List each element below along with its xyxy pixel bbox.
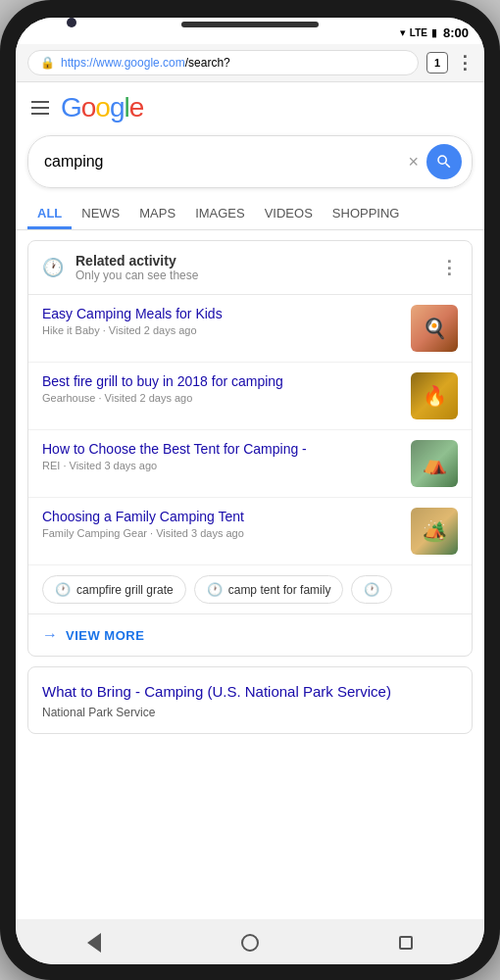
result-text: How to Choose the Best Tent for Camping … <box>42 440 401 471</box>
result-meta: REI · Visited 3 days ago <box>42 460 401 471</box>
tab-count-button[interactable]: 1 <box>426 52 448 74</box>
url-bar[interactable]: 🔒 https://www.google.com/search? <box>27 50 419 75</box>
back-button[interactable] <box>80 929 108 956</box>
chip-clock-icon: 🕐 <box>207 582 223 597</box>
search-button[interactable] <box>426 144 462 179</box>
result-title[interactable]: Choosing a Family Camping Tent <box>42 508 401 525</box>
back-icon <box>87 933 101 953</box>
card-header: 🕐 Related activity Only you can see thes… <box>28 241 472 294</box>
result-thumbnail: 🏕️ <box>411 508 458 555</box>
logo-o1: o <box>81 92 96 122</box>
lte-icon: LTE <box>410 27 427 38</box>
tab-videos[interactable]: VIDEOS <box>255 200 323 229</box>
time-display: 8:00 <box>443 25 469 40</box>
home-button[interactable] <box>236 929 264 956</box>
logo-e: e <box>129 92 144 122</box>
tab-images[interactable]: IMAGES <box>185 200 255 229</box>
wifi-icon: ▾ <box>400 26 406 39</box>
result-text: Easy Camping Meals for Kids Hike it Baby… <box>42 305 401 336</box>
navigation-bar <box>16 919 484 964</box>
view-more-label: VIEW MORE <box>66 628 144 643</box>
related-chip-campfire[interactable]: 🕐 campfire grill grate <box>42 575 186 604</box>
result-item: How to Choose the Best Tent for Camping … <box>28 430 472 498</box>
hamburger-menu[interactable] <box>31 101 49 115</box>
logo-g2: g <box>110 92 125 122</box>
result-thumbnail: ⛺ <box>411 440 458 487</box>
chip-label: camp tent for family <box>228 583 331 597</box>
card-title: Related activity <box>75 253 428 269</box>
status-icons: ▾ LTE ▮ <box>400 26 437 39</box>
logo-o2: o <box>95 92 110 122</box>
result-item: Easy Camping Meals for Kids Hike it Baby… <box>28 295 472 363</box>
result-thumbnail: 🍳 <box>411 305 458 352</box>
result-title[interactable]: How to Choose the Best Tent for Camping … <box>42 440 401 458</box>
national-park-title[interactable]: What to Bring - Camping (U.S. National P… <box>42 681 458 702</box>
camera <box>67 18 76 27</box>
clock-icon: 🕐 <box>42 257 64 278</box>
browser-more-button[interactable]: ⋮ <box>456 52 473 74</box>
tab-shopping[interactable]: SHOPPING <box>323 200 410 229</box>
browser-bar: 🔒 https://www.google.com/search? 1 ⋮ <box>16 44 484 82</box>
card-more-button[interactable]: ⋮ <box>440 257 458 278</box>
thumbnail-image: 🔥 <box>411 372 458 419</box>
thumbnail-image: 🏕️ <box>411 508 458 555</box>
related-activity-card: 🕐 Related activity Only you can see thes… <box>27 240 473 657</box>
main-content: Google camping × ALL NEWS MAPS IMAGES <box>16 82 484 919</box>
battery-icon: ▮ <box>431 26 437 39</box>
search-icon <box>435 153 453 171</box>
search-box[interactable]: camping × <box>27 135 473 188</box>
thumbnail-image: ⛺ <box>411 440 458 487</box>
recents-button[interactable] <box>392 929 420 956</box>
tab-news[interactable]: NEWS <box>72 200 129 229</box>
related-chip-more[interactable]: 🕐 <box>351 575 392 604</box>
thumbnail-image: 🍳 <box>411 305 458 352</box>
card-subtitle: Only you can see these <box>75 269 428 282</box>
view-more-button[interactable]: → VIEW MORE <box>28 613 472 656</box>
related-chip-tent[interactable]: 🕐 camp tent for family <box>194 575 344 604</box>
logo-g: G <box>61 92 81 122</box>
result-item: Choosing a Family Camping Tent Family Ca… <box>28 498 472 565</box>
arrow-right-icon: → <box>42 626 58 644</box>
chip-label: campfire grill grate <box>76 583 174 597</box>
national-park-source: National Park Service <box>42 706 458 719</box>
chip-clock-icon: 🕐 <box>364 582 379 597</box>
result-meta: Gearhouse · Visited 2 days ago <box>42 392 401 404</box>
result-item: Best fire grill to buy in 2018 for campi… <box>28 363 472 430</box>
national-park-result: What to Bring - Camping (U.S. National P… <box>27 666 473 734</box>
url-text: https://www.google.com/search? <box>61 56 230 70</box>
lock-icon: 🔒 <box>40 56 55 70</box>
result-title[interactable]: Easy Camping Meals for Kids <box>42 305 401 322</box>
screen: ▾ LTE ▮ 8:00 🔒 https://www.google.com/se… <box>16 18 484 964</box>
search-query: camping <box>44 153 408 171</box>
search-tabs: ALL NEWS MAPS IMAGES VIDEOS SHOPPING <box>16 194 484 230</box>
phone-frame: ▾ LTE ▮ 8:00 🔒 https://www.google.com/se… <box>0 0 500 980</box>
google-header: Google <box>16 82 484 129</box>
google-logo: Google <box>61 92 143 123</box>
result-text: Best fire grill to buy in 2018 for campi… <box>42 372 401 404</box>
card-header-text: Related activity Only you can see these <box>75 253 428 282</box>
result-title[interactable]: Best fire grill to buy in 2018 for campi… <box>42 372 401 390</box>
related-searches: 🕐 campfire grill grate 🕐 camp tent for f… <box>28 565 472 613</box>
home-icon <box>241 934 259 952</box>
tab-maps[interactable]: MAPS <box>129 200 185 229</box>
result-thumbnail: 🔥 <box>411 372 458 419</box>
chip-clock-icon: 🕐 <box>55 582 71 597</box>
clear-button[interactable]: × <box>408 152 419 172</box>
result-text: Choosing a Family Camping Tent Family Ca… <box>42 508 401 539</box>
result-meta: Hike it Baby · Visited 2 days ago <box>42 324 401 336</box>
status-bar: ▾ LTE ▮ 8:00 <box>16 18 484 44</box>
result-meta: Family Camping Gear · Visited 3 days ago <box>42 527 401 539</box>
tab-all[interactable]: ALL <box>27 200 72 229</box>
recents-icon <box>399 936 413 950</box>
